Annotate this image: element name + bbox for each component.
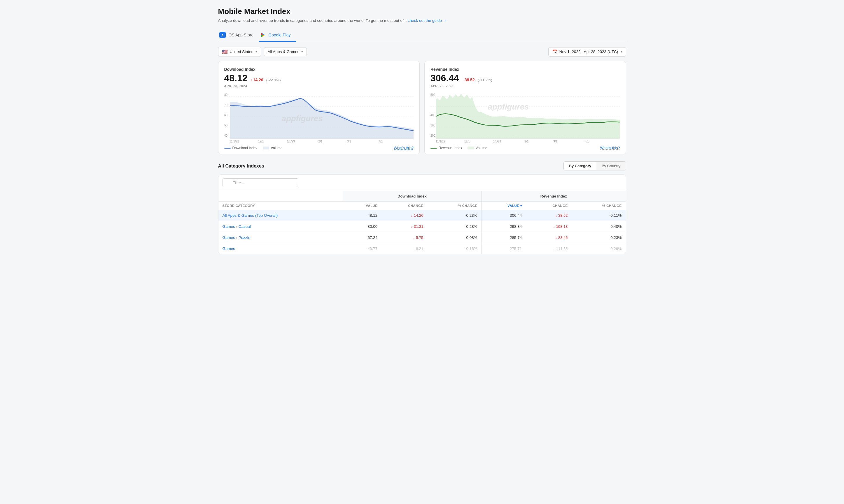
rev-change-cell: ↓ 198.13 bbox=[526, 221, 572, 232]
rev-change-cell: ↓ 38.52 bbox=[526, 210, 572, 221]
cat-link[interactable]: Games bbox=[223, 247, 235, 251]
svg-text:4/1: 4/1 bbox=[585, 140, 589, 143]
download-index-date: APR. 28, 2023 bbox=[224, 84, 414, 88]
col-dl-change[interactable]: CHANGE bbox=[381, 202, 427, 210]
table-filter-input[interactable] bbox=[223, 178, 298, 187]
rev-value-cell: 285.74 bbox=[482, 232, 526, 243]
cat-link-child[interactable]: Puzzle bbox=[239, 235, 251, 240]
revenue-index-title: Revenue Index bbox=[430, 67, 620, 72]
filter-left: 🇺🇸 United States ▾ All Apps & Games ▾ bbox=[218, 47, 307, 57]
sort-arrow-icon: ▾ bbox=[520, 204, 522, 208]
dl-change-cell: ↓ 14.26 bbox=[381, 210, 427, 221]
tab-ios-label: iOS App Store bbox=[228, 33, 254, 37]
dl-whats-this[interactable]: What's this? bbox=[394, 146, 414, 150]
svg-text:12/1: 12/1 bbox=[258, 140, 264, 143]
cat-cell: All Apps & Games (Top Overall) bbox=[219, 210, 343, 221]
legend-rev-volume: Volume bbox=[467, 146, 487, 150]
category-table: Download Index Revenue Index STORE CATEG… bbox=[219, 191, 626, 254]
guide-link[interactable]: check out the guide → bbox=[408, 18, 447, 23]
toggle-group: By Category By Country bbox=[564, 161, 626, 170]
date-range-dropdown[interactable]: 📅 Nov 1, 2022 - Apr 28, 2023 (UTC) ▾ bbox=[548, 47, 626, 56]
rev-pct-cell: -0.11% bbox=[572, 210, 625, 221]
date-range-label: Nov 1, 2022 - Apr 28, 2023 (UTC) bbox=[559, 50, 618, 54]
svg-text:12/1: 12/1 bbox=[464, 140, 470, 143]
cat-link[interactable]: All Apps & Games (Top Overall) bbox=[223, 213, 278, 218]
download-index-value: 48.12 bbox=[224, 73, 247, 84]
ios-icon: A bbox=[219, 32, 226, 38]
col-rev-change[interactable]: CHANGE bbox=[526, 202, 572, 210]
svg-text:400: 400 bbox=[430, 114, 435, 117]
country-dropdown-arrow: ▾ bbox=[256, 50, 257, 54]
revenue-index-value: 306.44 bbox=[430, 73, 459, 84]
toggle-by-country[interactable]: By Country bbox=[597, 162, 625, 170]
country-dropdown[interactable]: 🇺🇸 United States ▾ bbox=[218, 47, 261, 57]
category-dropdown[interactable]: All Apps & Games ▾ bbox=[264, 47, 307, 56]
rev-value-cell: 306.44 bbox=[482, 210, 526, 221]
cat-link-parent[interactable]: Games bbox=[223, 224, 235, 229]
cat-link-parent[interactable]: Games bbox=[223, 235, 235, 240]
svg-text:2/1: 2/1 bbox=[525, 140, 529, 143]
revenue-index-change-pct: (-11.2%) bbox=[478, 78, 492, 82]
col-dl-value[interactable]: VALUE bbox=[343, 202, 381, 210]
toggle-by-category[interactable]: By Category bbox=[564, 162, 597, 170]
tab-ios[interactable]: A iOS App Store bbox=[218, 29, 259, 42]
category-table-wrapper: 🔍 Download Index Revenue Index STORE CAT… bbox=[218, 175, 626, 254]
table-group-header-row: Download Index Revenue Index bbox=[219, 191, 626, 202]
col-dl-pct[interactable]: % CHANGE bbox=[427, 202, 482, 210]
svg-text:200: 200 bbox=[430, 134, 435, 137]
download-index-value-row: 48.12 ↓ 14.26 (-22.9%) bbox=[224, 73, 414, 84]
category-dropdown-arrow: ▾ bbox=[301, 50, 303, 54]
rev-whats-this[interactable]: What's this? bbox=[600, 146, 620, 150]
page-subtitle: Analyze download and revenue trends in c… bbox=[218, 18, 626, 23]
svg-text:40: 40 bbox=[224, 134, 227, 137]
dl-change-cell: ↓ 8.21 bbox=[381, 243, 427, 254]
revenue-index-card: Revenue Index 306.44 ↓ 38.52 (-11.2%) AP… bbox=[424, 61, 626, 155]
cat-cell: Games›Casual bbox=[219, 221, 343, 232]
country-label: United States bbox=[230, 50, 254, 54]
svg-text:A: A bbox=[221, 34, 223, 37]
col-group-rev: Revenue Index bbox=[482, 191, 625, 202]
svg-text:11/1/22: 11/1/22 bbox=[436, 140, 445, 143]
cat-link-child[interactable]: Casual bbox=[239, 224, 251, 229]
dl-pct-cell: -0.28% bbox=[427, 221, 482, 232]
dl-value-cell: 80.00 bbox=[343, 221, 381, 232]
dl-value-cell: 43.77 bbox=[343, 243, 381, 254]
page-title: Mobile Market Index bbox=[218, 7, 626, 16]
svg-text:4/1: 4/1 bbox=[379, 140, 383, 143]
rev-pct-cell: -0.23% bbox=[572, 232, 625, 243]
rev-value-cell: 298.34 bbox=[482, 221, 526, 232]
svg-text:70: 70 bbox=[224, 104, 227, 107]
rev-pct-cell: -0.29% bbox=[572, 243, 625, 254]
download-index-chart: 80 70 60 50 40 appfigures 11/1/22 12/1 1… bbox=[224, 91, 414, 143]
table-row: Games43.77↓ 8.21-0.16%275.71↓ 111.85-0.2… bbox=[219, 243, 626, 254]
legend-dl-index: Download Index bbox=[224, 146, 258, 150]
dl-pct-cell: -0.08% bbox=[427, 232, 482, 243]
col-rev-pct[interactable]: % CHANGE bbox=[572, 202, 625, 210]
svg-text:50: 50 bbox=[224, 124, 227, 127]
download-index-change-pct: (-22.9%) bbox=[266, 78, 281, 82]
table-filter-row: 🔍 bbox=[219, 175, 626, 191]
download-index-legend: Download Index Volume What's this? bbox=[224, 146, 414, 150]
revenue-index-legend: Revenue Index Volume What's this? bbox=[430, 146, 620, 150]
dl-value-cell: 48.12 bbox=[343, 210, 381, 221]
svg-text:2/1: 2/1 bbox=[318, 140, 322, 143]
revenue-index-value-row: 306.44 ↓ 38.52 (-11.2%) bbox=[430, 73, 620, 84]
dl-value-cell: 67.24 bbox=[343, 232, 381, 243]
col-rev-value[interactable]: VALUE ▾ bbox=[482, 202, 526, 210]
svg-text:500: 500 bbox=[430, 93, 435, 96]
date-range-arrow: ▾ bbox=[621, 50, 622, 54]
filter-row: 🇺🇸 United States ▾ All Apps & Games ▾ 📅 … bbox=[218, 47, 626, 57]
svg-text:appfigures: appfigures bbox=[488, 102, 529, 111]
cat-cell: Games›Puzzle bbox=[219, 232, 343, 243]
rev-value-cell: 275.71 bbox=[482, 243, 526, 254]
download-index-change: ↓ 14.26 bbox=[251, 77, 263, 82]
legend-rev-line bbox=[430, 148, 437, 148]
tab-gplay[interactable]: Google Play bbox=[259, 29, 296, 42]
svg-text:1/1/23: 1/1/23 bbox=[287, 140, 295, 143]
col-store-category: STORE CATEGORY bbox=[219, 202, 343, 210]
download-index-card: Download Index 48.12 ↓ 14.26 (-22.9%) AP… bbox=[218, 61, 420, 155]
tabs-row: A iOS App Store Google Play bbox=[218, 29, 626, 42]
dl-pct-cell: -0.23% bbox=[427, 210, 482, 221]
svg-text:60: 60 bbox=[224, 114, 227, 117]
table-col-header-row: STORE CATEGORY VALUE CHANGE % CHANGE VAL… bbox=[219, 202, 626, 210]
